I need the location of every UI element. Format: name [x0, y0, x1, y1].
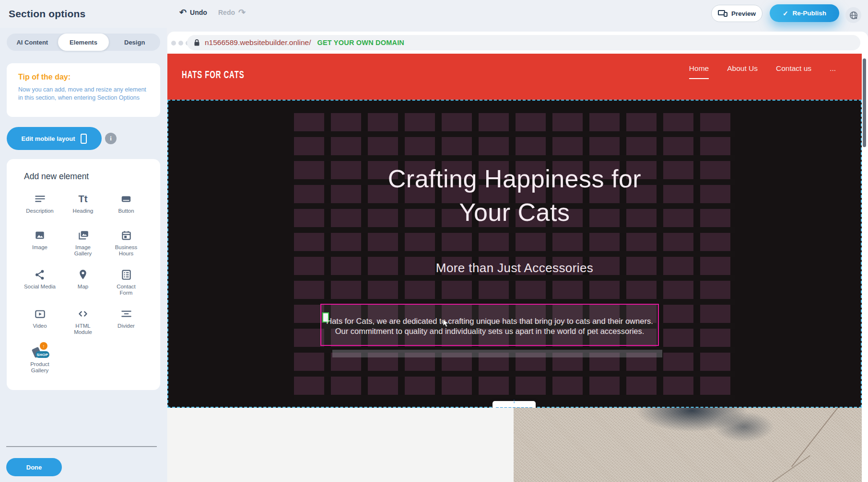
add-element-html-module[interactable]: HTML Module [61, 304, 105, 342]
add-element-map[interactable]: Map [61, 264, 105, 304]
add-new-element-card: Add new element Description Tt Heading [7, 159, 160, 390]
language-globe-button[interactable] [845, 7, 861, 23]
add-element-social-media[interactable]: Social Media [18, 264, 61, 304]
site-nav: Home About Us Contact us ... [689, 64, 836, 79]
globe-icon [849, 11, 858, 20]
devices-icon [718, 10, 727, 17]
tip-of-the-day-card: Tip of the day: Now you can add, move an… [7, 63, 160, 117]
tip-title: Tip of the day: [18, 73, 149, 81]
check-icon: ✓ [783, 10, 788, 17]
add-element-business-hours[interactable]: Business Hours [105, 225, 148, 264]
element-margin-indicator [332, 350, 662, 357]
code-icon [77, 307, 89, 321]
preview-button[interactable]: Preview [711, 5, 762, 22]
next-section-blank-area [167, 408, 514, 482]
address-bar: n1566589.websitebuilder.online/ GET YOUR… [187, 35, 860, 50]
hero-paragraph[interactable]: Hats for Cats, we are dedicated to craft… [321, 316, 658, 336]
website-builder-app: Section options ↶ Undo Redo ↷ Preview ✓ … [0, 0, 868, 482]
page-title: Section options [9, 8, 86, 20]
next-section[interactable] [167, 408, 862, 482]
upgrade-badge-icon: ↑ [40, 342, 47, 350]
panel-divider [6, 446, 157, 447]
lock-icon [194, 39, 200, 46]
add-element-button[interactable]: Button [105, 189, 148, 225]
site-url: n1566589.websitebuilder.online/ [205, 38, 311, 47]
add-element-heading[interactable]: Tt Heading [61, 189, 105, 225]
tab-elements[interactable]: Elements [58, 34, 109, 51]
add-element-image-gallery[interactable]: Image Gallery [61, 225, 105, 264]
add-element-contact-form[interactable]: Contact Form [105, 264, 148, 304]
nav-home[interactable]: Home [689, 64, 709, 79]
image-gallery-icon [77, 228, 89, 242]
redo-icon: ↷ [238, 8, 246, 17]
panel-tabs: AI Content Elements Design [7, 34, 160, 51]
edit-mobile-layout-button[interactable]: Edit mobile layout [7, 127, 102, 150]
mouse-cursor [443, 319, 449, 328]
nav-about-us[interactable]: About Us [727, 64, 758, 78]
redo-button[interactable]: Redo ↷ [218, 8, 246, 17]
heading-icon: Tt [79, 192, 88, 206]
tab-design[interactable]: Design [109, 34, 160, 51]
done-button[interactable]: Done [6, 458, 62, 476]
window-dot-2 [178, 41, 183, 46]
undo-button[interactable]: ↶ Undo [179, 8, 207, 17]
map-pin-icon [77, 267, 89, 282]
arrow-down-icon: ↓ [493, 398, 536, 404]
divider-icon [120, 307, 132, 321]
social-media-icon [34, 267, 46, 282]
add-element-video[interactable]: Video [18, 304, 61, 342]
video-icon [34, 307, 46, 321]
product-gallery-shop-icon: ↑ SHOP [30, 345, 49, 359]
site-header: HATS FOR CATS Home About Us Contact us .… [167, 54, 862, 100]
tip-body: Now you can add, move and resize any ele… [18, 86, 149, 102]
description-icon [34, 192, 46, 206]
site-logo[interactable]: HATS FOR CATS [182, 69, 245, 81]
tab-ai-content[interactable]: AI Content [7, 34, 58, 51]
window-dot-1 [171, 41, 176, 46]
section-options-panel: AI Content Elements Design Tip of the da… [0, 28, 167, 482]
republish-button[interactable]: ✓ Re-Publish [770, 4, 839, 22]
mobile-phone-icon [81, 134, 87, 144]
hero-heading[interactable]: Crafting Happiness for Your Cats [167, 162, 862, 229]
button-icon [120, 192, 132, 206]
add-element-image[interactable]: Image [18, 225, 61, 264]
page-scrollbar[interactable] [863, 58, 866, 147]
element-grid: Description Tt Heading Button Ima [18, 189, 148, 381]
business-hours-icon [120, 228, 132, 242]
add-element-product-gallery[interactable]: ↑ SHOP Product Gallery [18, 342, 61, 381]
image-icon [34, 228, 46, 242]
selected-text-element[interactable]: Hats for Cats, we are dedicated to craft… [320, 304, 659, 346]
shop-badge: SHOP [35, 351, 49, 358]
hero-section[interactable]: Crafting Happiness for Your Cats More th… [167, 100, 862, 408]
hero-subheading[interactable]: More than Just Accessories [167, 261, 862, 275]
nav-contact-us[interactable]: Contact us [776, 64, 811, 78]
add-element-description[interactable]: Description [18, 189, 61, 225]
get-your-own-domain-link[interactable]: GET YOUR OWN DOMAIN [317, 39, 404, 46]
browser-preview-frame: n1566589.websitebuilder.online/ GET YOUR… [167, 32, 868, 482]
nav-more-menu[interactable]: ... [830, 64, 836, 78]
add-element-divider[interactable]: Divider [105, 304, 148, 342]
contact-form-icon [120, 267, 132, 282]
add-element-title: Add new element [24, 172, 89, 182]
site-viewport: HATS FOR CATS Home About Us Contact us .… [167, 54, 862, 482]
undo-icon: ↶ [179, 8, 187, 17]
floor-photo [514, 408, 862, 482]
info-icon[interactable]: i [105, 133, 117, 144]
